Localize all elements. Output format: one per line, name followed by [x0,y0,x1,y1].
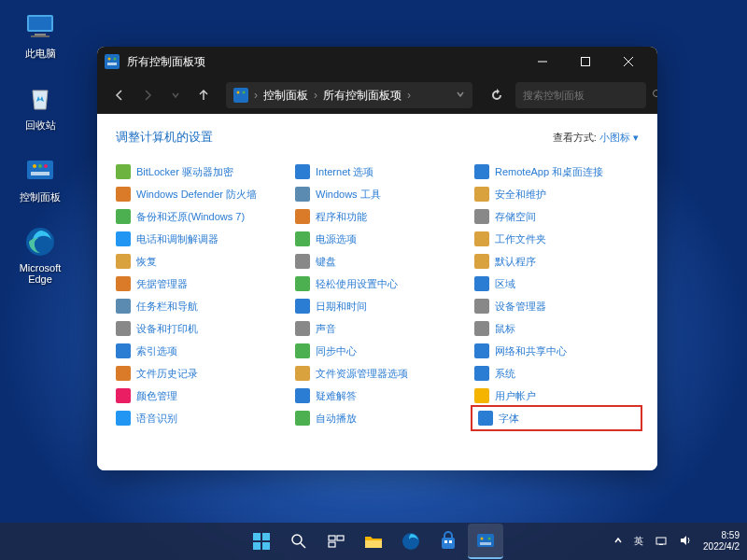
item-label: 任务栏和导航 [136,300,198,314]
item-icon [474,343,489,358]
control-panel-item[interactable]: Internet 选项 [295,162,459,181]
control-panel-item[interactable]: 鼠标 [474,319,639,338]
svg-point-21 [654,90,658,96]
breadcrumb-sep: › [314,89,317,102]
item-icon [116,254,131,269]
search-input[interactable] [523,90,652,101]
item-label: 程序和功能 [316,210,367,224]
item-label: 自动播放 [316,412,357,426]
control-panel-item[interactable]: 设备和打印机 [116,319,280,338]
item-icon [295,187,310,202]
page-heading: 调整计算机的设置 [116,129,213,146]
taskbar: 英 8:59 2022/4/2 [0,523,747,560]
control-panel-item[interactable]: 颜色管理 [116,386,280,405]
control-panel-item[interactable]: 区域 [474,274,639,293]
control-panel-item[interactable]: 网络和共享中心 [474,342,639,360]
item-label: 用户帐户 [495,389,536,403]
clock[interactable]: 8:59 2022/4/2 [703,530,740,553]
control-panel-item[interactable]: 安全和维护 [474,185,639,203]
control-panel-item[interactable]: 自动播放 [295,409,459,427]
control-panel-item[interactable]: 工作文件夹 [474,230,639,248]
item-icon [295,321,310,336]
item-label: Windows Defender 防火墙 [136,188,257,202]
control-panel-item[interactable]: 程序和功能 [295,207,459,226]
control-panel-item[interactable]: 备份和还原(Windows 7) [116,207,280,226]
close-button[interactable] [607,47,650,77]
desktop-icon-recycle-bin[interactable]: 回收站 [7,79,73,133]
app-icon [105,54,120,69]
recent-dropdown[interactable] [164,84,187,106]
control-panel-item[interactable]: 用户帐户 [474,386,639,405]
control-panel-item[interactable]: 恢复 [116,252,280,271]
control-panel-item[interactable]: 存储空间 [474,207,639,226]
control-panel-item[interactable]: 键盘 [295,252,459,271]
control-panel-item[interactable]: 轻松使用设置中心 [295,274,459,293]
control-panel-item[interactable]: 任务栏和导航 [116,297,280,315]
breadcrumb-dropdown[interactable] [456,89,465,102]
desktop-icon-control-panel[interactable]: 控制面板 [7,151,73,204]
item-label: Internet 选项 [316,165,374,179]
control-panel-item[interactable]: 文件资源管理器选项 [295,364,459,383]
view-mode-link[interactable]: 小图标 ▾ [599,132,639,143]
svg-rect-32 [365,540,382,548]
item-label: 鼠标 [495,322,515,336]
control-panel-item[interactable]: Windows Defender 防火墙 [116,185,280,203]
control-panel-item[interactable]: 疑难解答 [295,386,459,405]
up-button[interactable] [192,84,215,106]
svg-rect-3 [31,35,49,37]
control-panel-item[interactable]: 电话和调制解调器 [116,230,280,248]
minimize-button[interactable] [521,47,564,77]
control-panel-item[interactable]: 文件历史记录 [116,364,280,383]
item-label: 索引选项 [136,344,177,358]
breadcrumb-sep: › [407,89,411,102]
control-panel-item[interactable]: 设备管理器 [474,297,639,315]
back-button[interactable] [108,84,131,106]
explorer-button[interactable] [356,524,391,559]
svg-point-20 [243,91,246,94]
item-icon [474,321,489,336]
breadcrumb-current[interactable]: 所有控制面板项 [323,88,402,104]
edge-button[interactable] [393,524,429,559]
svg-rect-26 [262,542,270,550]
control-panel-item[interactable]: 语音识别 [116,409,280,427]
control-panel-item[interactable]: Windows 工具 [295,185,459,203]
control-panel-item[interactable]: 默认程序 [474,252,639,271]
item-icon [474,209,489,224]
control-panel-item[interactable]: BitLocker 驱动器加密 [116,162,280,181]
control-panel-item[interactable]: 同步中心 [295,342,459,360]
tray-chevron-icon[interactable] [613,536,623,547]
search-button[interactable] [281,524,317,559]
breadcrumb-root[interactable]: 控制面板 [263,88,308,104]
view-label: 查看方式 [553,132,594,143]
item-icon [474,388,489,403]
desktop-icon-this-pc[interactable]: 此电脑 [7,7,73,61]
refresh-button[interactable] [484,82,510,108]
svg-point-38 [481,538,484,540]
svg-point-39 [488,538,491,540]
system-tray: 英 8:59 2022/4/2 [613,530,740,553]
control-panel-taskbar-button[interactable] [468,524,503,559]
svg-point-12 [114,58,117,61]
start-button[interactable] [244,524,279,559]
control-panel-item[interactable]: 日期和时间 [295,297,459,315]
control-panel-item[interactable]: 系统 [474,364,639,383]
task-view-button[interactable] [318,524,354,559]
desktop-icon-edge[interactable]: Microsoft Edge [7,223,73,285]
item-icon [116,276,131,291]
ime-indicator[interactable]: 英 [634,535,643,548]
control-panel-item[interactable]: 声音 [295,319,459,338]
control-panel-item[interactable]: 字体 [474,409,639,427]
titlebar[interactable]: 所有控制面板项 [97,47,657,77]
control-panel-item[interactable]: 电源选项 [295,230,459,248]
breadcrumb[interactable]: › 控制面板 › 所有控制面板项 › [226,82,472,108]
control-panel-item[interactable]: RemoteApp 和桌面连接 [474,162,639,181]
volume-icon[interactable] [679,534,692,549]
store-button[interactable] [430,524,466,559]
item-label: 字体 [499,412,519,426]
control-panel-item[interactable]: 凭据管理器 [116,274,280,293]
forward-button[interactable] [136,84,159,106]
network-icon[interactable] [655,534,668,549]
control-panel-item[interactable]: 索引选项 [116,342,280,360]
search-box[interactable] [515,82,646,108]
maximize-button[interactable] [564,47,607,77]
